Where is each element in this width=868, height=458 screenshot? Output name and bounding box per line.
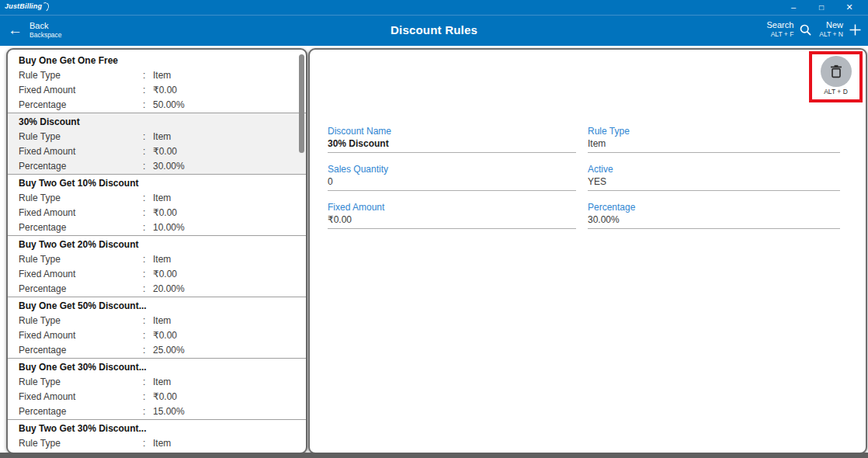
list-row-value: Item [153,68,171,83]
list-item-title: Buy Two Get 20% Discount [19,238,295,252]
form-field-value[interactable]: YES [588,176,840,191]
search-button[interactable]: Search ALT + F [767,20,813,39]
list-row-value: 50.00% [153,98,185,113]
list-item-row: Fixed Amount:₹0.00 [19,328,295,343]
list-row-colon: : [143,436,153,451]
close-button[interactable]: ✕ [835,0,863,15]
form-field-label: Percentage [588,201,840,214]
search-shortcut: ALT + F [767,30,794,39]
form-field-value[interactable]: 30% Discount [328,138,576,153]
maximize-button[interactable]: □ [807,0,835,15]
form-field: Fixed Amount ₹0.00 [328,201,576,229]
form-field-label: Discount Name [328,125,576,138]
form-field-value[interactable]: Item [588,138,840,153]
list-row-colon: : [143,252,153,267]
form-field: Percentage 30.00% [588,201,840,229]
list-row-colon: : [143,83,153,98]
list-row-label: Fixed Amount [19,144,143,159]
list-row-colon: : [143,68,153,83]
list-row-label: Fixed Amount [19,83,143,98]
list-row-label: Percentage [19,343,143,358]
list-row-value: Item [153,314,171,328]
list-row-colon: : [143,206,153,220]
list-row-label: Fixed Amount [19,206,143,220]
list-row-value: 30.00% [153,159,185,174]
search-icon [799,23,812,36]
list-item-row: Rule Type:Item [19,375,295,390]
list-row-label: Rule Type [19,191,143,206]
list-item-title: Buy One Get 50% Discount... [19,299,295,314]
list-row-colon: : [143,98,153,113]
list-row-label: Percentage [19,404,143,419]
page-title: Discount Rules [0,23,868,36]
list-row-value: ₹0.00 [153,267,177,282]
form-field: Rule Type Item [588,125,840,153]
delete-button[interactable] [821,56,852,87]
detail-form: Discount Name 30% Discount Rule Type Ite… [328,125,840,229]
list-row-value: 15.00% [153,404,185,419]
list-item[interactable]: Buy One Get 50% Discount... Rule Type:It… [8,297,306,359]
delete-button-highlight: ALT + D [809,51,863,102]
list-row-label: Percentage [19,159,143,174]
list-row-value: ₹0.00 [153,83,177,98]
list-item[interactable]: Buy Two Get 20% Discount Rule Type:Item … [8,236,306,297]
list-row-label: Percentage [19,220,143,235]
list-item-row: Fixed Amount:₹0.00 [19,267,295,282]
list-item-row: Fixed Amount:₹0.00 [19,206,295,220]
list-item-row: Fixed Amount:₹0.00 [19,83,295,98]
list-row-value: ₹0.00 [153,144,177,159]
new-label: New [819,20,843,30]
list-row-colon: : [143,314,153,328]
list-row-colon: : [143,282,153,297]
list-row-colon: : [143,159,153,174]
list-item-row: Percentage:15.00% [19,404,295,419]
list-row-label: Rule Type [19,375,143,390]
list-item-row: Rule Type:Item [19,191,295,206]
list-item-row: Fixed Amount:₹0.00 [19,144,295,159]
list-item-title: Buy Two Get 10% Discount [19,176,295,191]
list-row-value: ₹0.00 [153,206,177,220]
list-item[interactable]: Buy One Get One Free Rule Type:Item Fixe… [8,52,306,113]
list-row-value: 20.00% [153,282,185,297]
list-item[interactable]: Buy Two Get 10% Discount Rule Type:Item … [8,175,306,236]
list-row-colon: : [143,220,153,235]
new-button[interactable]: New ALT + N [819,20,862,39]
list-scrollbar-thumb[interactable] [299,54,304,153]
form-field-value[interactable]: ₹0.00 [328,214,576,229]
form-field-value[interactable]: 0 [328,176,576,191]
form-field: Discount Name 30% Discount [328,125,576,153]
list-row-value: Item [153,436,171,451]
list-row-colon: : [143,144,153,159]
form-field-label: Active [588,163,840,176]
list-row-value: ₹0.00 [153,390,177,404]
list-row-label: Percentage [19,98,143,113]
form-field-label: Fixed Amount [328,201,576,214]
list-row-colon: : [143,375,153,390]
list-item-row: Percentage:10.00% [19,220,295,235]
list-item[interactable]: Buy Two Get 30% Discount... Rule Type:It… [8,420,306,451]
list-item[interactable]: 30% Discount Rule Type:Item Fixed Amount… [8,113,306,175]
list-item-row: Rule Type:Item [19,252,295,267]
list-row-label: Rule Type [19,68,143,83]
list-row-label: Rule Type [19,314,143,328]
list-row-value: Item [153,130,171,144]
rules-list-panel: Buy One Get One Free Rule Type:Item Fixe… [6,48,307,454]
form-field: Sales Quantity 0 [328,163,576,191]
list-row-colon: : [143,328,153,343]
titlebar: JustBilling – □ ✕ [0,0,868,15]
list-item-row: Rule Type:Item [19,314,295,328]
rules-list: Buy One Get One Free Rule Type:Item Fixe… [8,50,306,451]
app-header: ← Back Backspace Discount Rules Search A… [0,15,868,46]
list-item-title: 30% Discount [19,115,295,130]
list-row-label: Fixed Amount [19,267,143,282]
list-row-value: Item [153,375,171,390]
list-item-row: Rule Type:Item [19,130,295,144]
list-row-value: Item [153,252,171,267]
form-field-value[interactable]: 30.00% [588,214,840,229]
list-item-title: Buy One Get One Free [19,54,295,68]
list-row-value: Item [153,191,171,206]
list-row-value: 25.00% [153,343,185,358]
minimize-button[interactable]: – [779,0,807,15]
list-item-row: Rule Type:Item [19,68,295,83]
list-item[interactable]: Buy One Get 30% Discount... Rule Type:It… [8,359,306,420]
